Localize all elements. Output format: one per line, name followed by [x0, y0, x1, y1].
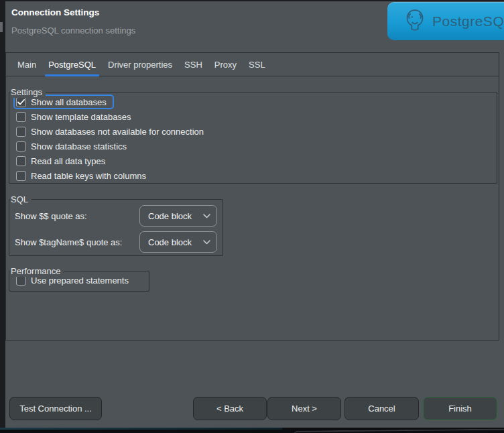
tab-label: Proxy — [214, 60, 237, 70]
checkbox-unchecked-icon — [16, 156, 26, 166]
page-title: Connection Settings — [11, 7, 99, 17]
connection-settings-dialog: Connection Settings PostgreSQL connectio… — [5, 1, 504, 428]
checkbox-label: Show template databases — [31, 112, 131, 122]
tab-folder: Main PostgreSQL Driver properties SSH Pr… — [5, 52, 499, 341]
tab-label: SSL — [249, 60, 265, 70]
postgresql-elephant-icon — [403, 7, 426, 36]
finish-button[interactable]: Finish — [423, 397, 497, 420]
background-accent — [0, 428, 282, 430]
background-window-strip — [0, 428, 504, 433]
checkbox-unchecked-icon — [16, 171, 26, 181]
tab-label: Driver properties — [108, 60, 172, 70]
checkbox-read-table-keys[interactable]: Read table keys with columns — [13, 168, 153, 183]
sql-group: SQL Show $$ quote as: Code block Show $t… — [9, 199, 223, 256]
performance-group: Performance Use prepared statements — [9, 271, 149, 292]
chevron-down-icon — [203, 240, 210, 245]
tab-label: Main — [17, 60, 36, 70]
tab-label: SSH — [184, 60, 202, 70]
sql-group-legend: SQL — [10, 194, 32, 205]
checkbox-label: Show database statistics — [31, 141, 127, 151]
checkbox-show-database-statistics[interactable]: Show database statistics — [13, 139, 134, 153]
checkbox-label: Show all databases — [31, 97, 107, 107]
back-button[interactable]: < Back — [193, 397, 267, 420]
performance-group-legend: Performance — [10, 265, 64, 277]
sql-row-tagname-quote: Show $tagName$ quote as: Code block — [15, 231, 217, 253]
select-value: Code block — [148, 211, 203, 221]
sql-row-dollar-quote: Show $$ quote as: Code block — [15, 205, 217, 227]
tab-ssh[interactable]: SSH — [178, 53, 208, 76]
dialog-header: Connection Settings PostgreSQL connectio… — [5, 1, 504, 51]
tab-ssl[interactable]: SSL — [243, 53, 271, 76]
cancel-button[interactable]: Cancel — [344, 397, 419, 420]
tab-bar: Main PostgreSQL Driver properties SSH Pr… — [6, 53, 499, 76]
background-window-edge-line — [292, 428, 504, 433]
checkbox-unchecked-icon — [16, 141, 26, 151]
tab-proxy[interactable]: Proxy — [208, 53, 243, 76]
tab-label: PostgreSQL — [48, 60, 96, 70]
next-button[interactable]: Next > — [267, 397, 341, 420]
checkbox-label: Show databases not available for connect… — [31, 127, 204, 137]
settings-group-legend: Settings — [10, 86, 46, 98]
chevron-down-icon — [203, 214, 210, 219]
checkbox-label: Read table keys with columns — [31, 171, 146, 181]
tab-main[interactable]: Main — [11, 53, 42, 76]
settings-group: Settings Show all databases Show templat… — [9, 92, 497, 184]
checkbox-read-all-data-types[interactable]: Read all data types — [13, 153, 113, 168]
test-connection-button[interactable]: Test Connection ... — [9, 397, 102, 420]
checkbox-show-template-databases[interactable]: Show template databases — [13, 109, 139, 124]
checkbox-checked-icon — [16, 97, 26, 107]
checkbox-label: Read all data types — [31, 156, 105, 166]
postgresql-logo-text: PostgreSQL — [432, 13, 504, 29]
tagname-quote-label: Show $tagName$ quote as: — [15, 237, 139, 247]
dollar-quote-label: Show $$ quote as: — [15, 211, 139, 221]
tab-driver-properties[interactable]: Driver properties — [102, 53, 178, 76]
postgresql-logo-badge: PostgreSQL — [387, 2, 504, 40]
select-value: Code block — [148, 237, 203, 247]
checkbox-unchecked-icon — [16, 127, 26, 137]
tagname-quote-select[interactable]: Code block — [139, 231, 217, 253]
dollar-quote-select[interactable]: Code block — [139, 205, 217, 227]
tab-postgresql[interactable]: PostgreSQL — [42, 53, 102, 76]
checkbox-show-databases-not-available[interactable]: Show databases not available for connect… — [13, 124, 211, 139]
page-subtitle: PostgreSQL connection settings — [11, 25, 135, 36]
background-window-edge — [0, 22, 3, 32]
checkbox-unchecked-icon — [16, 112, 26, 122]
